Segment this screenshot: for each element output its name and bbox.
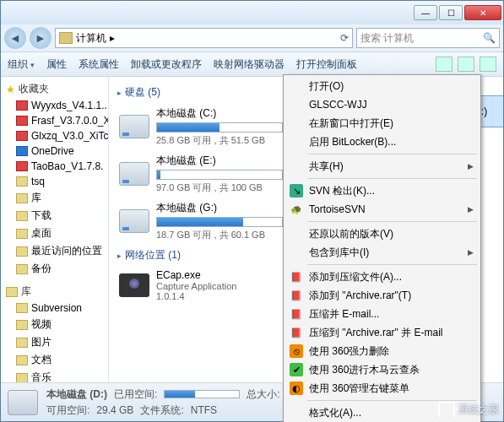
status-free-label: 可用空间: [46,403,89,418]
menu-item-label: 使用 360管理右键菜单 [309,381,409,396]
sidebar-item[interactable]: TaoBao_V1.7.8. [1,159,108,174]
forward-button[interactable]: ► [30,27,51,49]
status-title: 本地磁盘 (D:) [46,387,107,402]
context-menu-item[interactable]: 共享(H)▶ [285,157,479,176]
nav-bar: ◄ ► 计算机 ▸ ⟳ 搜索 计算机 🔍 [1,24,503,51]
folder-icon [16,229,28,239]
preview-icon[interactable] [458,57,474,72]
folder-icon [16,116,28,126]
context-menu-item[interactable]: ⦸使用 360强力删除 [285,342,479,360]
maximize-button[interactable]: ☐ [439,5,463,20]
menu-separator [307,178,477,179]
context-menu-item[interactable]: GLSCC-WJJ [285,95,479,114]
menu-item-icon: ◐ [290,381,303,395]
context-menu-item[interactable]: 📕压缩到 "Archive.rar" 并 E-mail [285,323,479,342]
context-menu-item[interactable]: ◐使用 360管理右键菜单 [285,379,479,398]
close-button[interactable]: ✕ [464,5,501,20]
status-used-bar [164,390,240,398]
sidebar-item[interactable]: 图片 [1,333,108,351]
sidebar-item[interactable]: OneDrive [1,143,108,159]
context-menu-item[interactable]: 包含到库中(I)▶ [285,243,479,262]
context-menu-item[interactable]: 在新窗口中打开(E) [285,114,479,133]
folder-icon [16,320,28,330]
menu-item-label: 压缩到 "Archive.rar" 并 E-mail [309,326,443,340]
drive-space-bar [156,170,283,180]
minimize-button[interactable]: — [414,5,437,20]
sidebar-item[interactable]: 桌面 [1,225,108,242]
sidebar: 收藏夹 Wyyxds_V4.1.1..Frasf_V3.7.0.0_XGlxzq… [1,77,109,382]
context-menu-item[interactable]: 打开(O) [285,77,479,95]
view-icon[interactable] [436,57,453,72]
sidebar-item-label: 备份 [31,262,51,276]
sidebar-item[interactable]: Glxzq_V3.0_XiTc [1,128,108,143]
folder-icon [16,264,28,274]
drive-icon [119,115,149,138]
sidebar-item-label: 图片 [31,335,51,349]
menu-item-label: 格式化(A)... [309,406,361,420]
search-input[interactable]: 搜索 计算机 🔍 [356,28,500,48]
sidebar-item-label: Glxzq_V3.0_XiTc [31,130,108,142]
back-button[interactable]: ◄ [4,27,26,49]
menu-item-label: 包含到库中(I) [309,246,369,260]
sidebar-item-label: TaoBao_V1.7.8. [31,160,103,172]
submenu-arrow-icon: ▶ [468,162,474,170]
sidebar-item[interactable]: 下载 [1,207,108,225]
menu-item-label: TortoiseSVN [309,203,366,215]
folder-icon [16,338,28,348]
sidebar-libraries-header[interactable]: 库 [1,283,108,300]
sidebar-item-label: 最近访问的位置 [31,244,102,258]
folder-icon [16,211,28,221]
context-menu-item[interactable]: 📕添加到 "Archive.rar"(T) [285,286,479,305]
sidebar-item-label: Wyyxds_V4.1.1.. [31,100,107,111]
context-menu-item[interactable]: 🐢TortoiseSVN▶ [285,200,479,219]
control-panel-button[interactable]: 打开控制面板 [296,57,357,72]
menu-item-icon: 📕 [290,326,303,339]
status-used-label: 已用空间: [114,387,157,402]
context-menu-item[interactable]: 📕压缩并 E-mail... [285,305,479,323]
folder-icon [16,303,28,313]
status-total-label: 总大小: [247,387,279,402]
menu-item-label: SVN 检出(K)... [309,184,375,198]
sidebar-item[interactable]: tsq [1,174,108,189]
sidebar-item[interactable]: 文档 [1,351,108,369]
organize-menu[interactable]: 组织 [8,57,35,72]
menu-item-icon: ↘ [290,184,303,197]
context-menu-item[interactable]: ↘SVN 检出(K)... [285,181,479,200]
context-menu-item[interactable]: 还原以前的版本(V) [285,225,479,243]
menu-item-icon: 📕 [290,270,303,284]
drive-space-bar [156,122,283,133]
menu-item-label: 打开(O) [309,79,344,94]
sidebar-favorites-header[interactable]: 收藏夹 [1,80,108,98]
system-properties-button[interactable]: 系统属性 [79,57,119,72]
sidebar-item[interactable]: 备份 [1,260,108,278]
sidebar-item-label: Subversion [31,302,82,314]
properties-button[interactable]: 属性 [46,57,67,72]
context-menu-item[interactable]: 📕添加到压缩文件(A)... [285,268,479,286]
toolbar: 组织 属性 系统属性 卸载或更改程序 映射网络驱动器 打开控制面板 [1,51,503,77]
map-drive-button[interactable]: 映射网络驱动器 [214,57,285,72]
menu-item-icon: ✔ [290,363,303,376]
refresh-icon[interactable]: ⟳ [340,32,349,44]
breadcrumb[interactable]: 计算机 ▸ ⟳ [55,28,353,48]
drive-icon [119,162,149,186]
folder-icon [16,355,28,365]
context-menu-item[interactable]: 启用 BitLocker(B)... [285,133,479,151]
sidebar-item-label: 文档 [31,353,51,367]
sidebar-item[interactable]: 视频 [1,316,108,333]
sidebar-item[interactable]: 库 [1,189,108,207]
search-icon: 🔍 [483,32,496,44]
sidebar-item[interactable]: Wyyxds_V4.1.1.. [1,98,108,113]
menu-separator [307,400,477,401]
drive-space-bar [156,217,283,227]
sidebar-item[interactable]: 最近访问的位置 [1,242,108,260]
uninstall-button[interactable]: 卸载或更改程序 [131,57,202,72]
sidebar-item[interactable]: Subversion [1,300,108,316]
sidebar-item[interactable]: Frasf_V3.7.0.0_X [1,113,108,128]
status-drive-icon [8,390,38,415]
context-menu-item[interactable]: ✔使用 360进行木马云查杀 [285,360,479,379]
sidebar-item-label: Frasf_V3.7.0.0_X [31,115,108,127]
folder-icon [16,246,28,257]
help-icon[interactable] [480,57,496,72]
sidebar-item[interactable]: 音乐 [1,369,108,382]
menu-item-label: 添加到压缩文件(A)... [309,270,402,284]
